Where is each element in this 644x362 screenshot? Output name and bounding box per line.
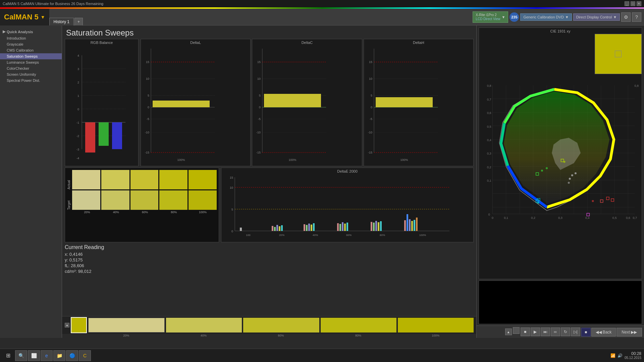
svg-text:100%: 100% <box>400 158 408 162</box>
tab-history1[interactable]: History 1 <box>49 18 74 25</box>
help-button[interactable]: ? <box>632 12 641 22</box>
meter-label: X-Rite i1Pro 2LCD Direct View <box>476 13 500 21</box>
bottom-swatch-100[interactable] <box>398 318 474 333</box>
rgb-balance-title: RGB Balance <box>65 39 138 45</box>
bottom-swatch-40[interactable] <box>166 318 242 333</box>
svg-text:10: 10 <box>257 77 261 80</box>
sidebar-item-grayscale[interactable]: Grayscale <box>0 41 62 47</box>
rgb-balance-chart: RGB Balance <box>65 39 139 166</box>
deltae-chart: DeltaE 2000 15 10 5 0 100 20% <box>221 168 474 242</box>
delta-h-chart: DeltaH 15 10 5 0 <box>364 39 474 166</box>
svg-text:0,4: 0,4 <box>585 216 590 220</box>
sidebar-group-quick-analysis[interactable]: ▶ Quick Analysis <box>0 28 62 35</box>
maximize-button[interactable]: □ <box>631 1 635 6</box>
source-label: Generic Calibration DVD <box>523 15 564 19</box>
svg-text:-15: -15 <box>256 151 261 154</box>
taskbar-time: 00:28 <box>625 351 641 356</box>
svg-text:10: 10 <box>230 186 233 189</box>
app-logo: CalMAN 5 ▼ <box>0 9 49 25</box>
delta-c-title: DeltaC <box>252 39 362 45</box>
thumbnail-marker <box>615 51 622 57</box>
nav-square-button[interactable]: ■ <box>581 328 591 337</box>
minimize-button[interactable]: _ <box>625 1 629 6</box>
svg-text:0,1: 0,1 <box>487 179 491 182</box>
bottom-swatch-80[interactable] <box>321 318 396 333</box>
settings-button[interactable]: ⚙ <box>621 12 631 22</box>
page-header: Saturation Sweeps <box>62 25 476 39</box>
svg-rect-93 <box>281 225 283 231</box>
loop-button[interactable]: ∞ <box>551 327 560 336</box>
scroll-up-button[interactable]: ▲ <box>65 323 69 327</box>
target-label: Target <box>67 190 71 210</box>
content-area: Saturation Sweeps RGB Balance <box>62 25 476 338</box>
tab-add-button[interactable]: + <box>74 18 83 25</box>
sidebar-item-luminance-sweeps[interactable]: Luminance Sweeps <box>0 59 62 65</box>
sidebar-item-introduction[interactable]: Introduction <box>0 35 62 41</box>
taskbar-edge[interactable]: e <box>41 350 53 361</box>
svg-rect-101 <box>342 222 343 231</box>
bottom-swatch-20[interactable] <box>88 318 165 333</box>
svg-text:0: 0 <box>148 106 149 109</box>
scroll-up-nav[interactable]: ▲ <box>505 328 512 335</box>
delta-c-chart: DeltaC 15 10 5 <box>252 39 362 166</box>
svg-text:3: 3 <box>77 67 79 71</box>
svg-text:0,2: 0,2 <box>531 216 535 220</box>
skip-button[interactable]: ⏭ <box>541 327 550 336</box>
svg-text:0: 0 <box>77 108 79 111</box>
meter-button[interactable]: X-Rite i1Pro 2LCD Direct View ▼ <box>473 11 508 23</box>
swatch-actual-40 <box>101 170 129 189</box>
swatches-container: Actual Target <box>65 168 219 242</box>
taskbar-calman[interactable]: C <box>79 350 91 361</box>
svg-text:15: 15 <box>257 60 261 64</box>
taskbar-app1[interactable]: 🔵 <box>66 350 78 361</box>
nav-extra[interactable]: ▷| <box>571 327 580 336</box>
sidebar-item-spectral-power[interactable]: Spectral Power Dist. <box>0 77 62 83</box>
svg-rect-110 <box>407 214 408 231</box>
sidebar-item-colorchecker[interactable]: ColorChecker <box>0 65 62 71</box>
taskbar-search[interactable]: 🔍 <box>15 350 27 361</box>
start-button[interactable]: ⊞ <box>3 351 14 360</box>
svg-point-142 <box>546 167 548 169</box>
delta-l-svg: 15 10 5 0 -5 -10 -15 100% <box>141 45 250 166</box>
swatch-target-100 <box>189 190 217 210</box>
cie-chart: CIE 1931 xy <box>479 27 642 279</box>
svg-text:0,4: 0,4 <box>487 138 491 142</box>
taskbar-network-icon: 📶 <box>610 353 615 358</box>
svg-text:0,7: 0,7 <box>633 216 637 220</box>
play-button[interactable]: ▶ <box>531 327 540 336</box>
svg-rect-97 <box>311 225 312 231</box>
next-button[interactable]: Next ▶▶ <box>616 328 642 337</box>
mini-preview <box>479 281 642 324</box>
refresh-button[interactable]: ↻ <box>561 327 570 336</box>
svg-rect-96 <box>308 224 310 231</box>
sidebar-item-screen-uniformity[interactable]: Screen Uniformity <box>0 71 62 77</box>
svg-rect-95 <box>306 225 308 231</box>
taskbar-folder[interactable]: 📁 <box>53 350 65 361</box>
svg-rect-109 <box>404 220 406 231</box>
svg-rect-108 <box>380 221 382 231</box>
reading-cdm2: cd/m²: 98,012 <box>65 269 139 274</box>
direct-control-button[interactable]: Direct Display Control ▼ <box>573 13 620 21</box>
taskbar-task-view[interactable]: ⬜ <box>28 350 40 361</box>
sidebar-item-cms-calibration[interactable]: CMS Calibration <box>0 47 62 53</box>
taskbar-right: 📶 🔊 00:28 05.12.2015 <box>610 351 641 360</box>
svg-text:-15: -15 <box>145 151 149 154</box>
back-button[interactable]: ◀◀ Back <box>591 328 616 337</box>
pct-60: 60% <box>131 210 159 214</box>
taskbar: ⊞ 🔍 ⬜ e 📁 🔵 C 📶 🔊 00:28 05.12.2015 <box>0 349 644 362</box>
active-swatch <box>71 317 87 333</box>
svg-text:0,6: 0,6 <box>487 111 491 115</box>
bottom-swatch-60[interactable] <box>243 318 319 333</box>
sidebar-item-saturation-sweeps[interactable]: Saturation Sweeps <box>0 53 62 59</box>
logo-dropdown-icon[interactable]: ▼ <box>41 14 45 20</box>
delta-h-title: DeltaH <box>364 39 473 45</box>
close-button[interactable]: ✕ <box>637 1 641 6</box>
svg-text:-5: -5 <box>147 117 149 121</box>
stop-button[interactable]: ■ <box>521 327 530 336</box>
svg-text:-5: -5 <box>258 117 261 121</box>
taskbar-volume-icon: 🔊 <box>618 353 623 358</box>
svg-rect-114 <box>416 218 418 231</box>
source-button[interactable]: Generic Calibration DVD ▼ <box>520 13 572 21</box>
svg-rect-103 <box>346 223 348 231</box>
device-controls: X-Rite i1Pro 2LCD Direct View ▼ 235 Gene… <box>473 9 644 25</box>
